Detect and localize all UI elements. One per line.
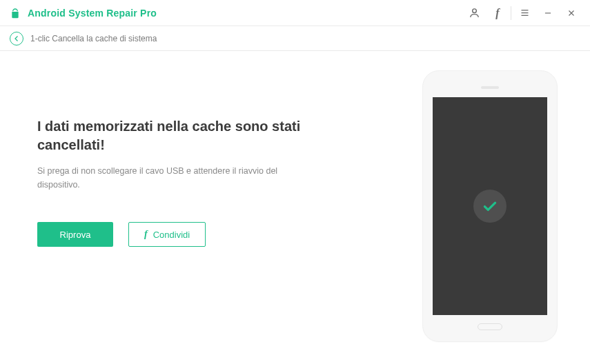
menu-icon[interactable]: [513, 0, 536, 26]
app-title: Android System Repair Pro: [28, 8, 157, 19]
share-button[interactable]: f Condividi: [128, 222, 206, 247]
back-button[interactable]: [10, 32, 23, 46]
headline: I dati memorizzati nella cache sono stat…: [37, 117, 313, 154]
account-icon[interactable]: [462, 0, 486, 26]
svg-point-0: [14, 10, 14, 10]
retry-button-label: Riprova: [60, 230, 91, 240]
titlebar-divider: [511, 6, 511, 20]
close-button[interactable]: [560, 0, 583, 26]
content-area: I dati memorizzati nella cache sono stat…: [0, 51, 590, 364]
phone-frame: [422, 70, 558, 342]
svg-point-1: [16, 10, 17, 10]
retry-button[interactable]: Riprova: [37, 222, 113, 247]
phone-earpiece: [481, 86, 499, 89]
phone-home-button: [478, 323, 502, 330]
action-buttons: Riprova f Condividi: [37, 222, 376, 247]
titlebar: Android System Repair Pro f: [0, 0, 590, 26]
message-pane: I dati memorizzati nella cache sono stat…: [0, 51, 390, 364]
device-preview: [390, 51, 590, 364]
breadcrumb-bar: 1-clic Cancella la cache di sistema: [0, 26, 590, 51]
facebook-icon[interactable]: f: [486, 0, 509, 26]
breadcrumb-label: 1-clic Cancella la cache di sistema: [30, 34, 157, 43]
app-logo-icon: [10, 8, 21, 19]
success-check-icon: [473, 190, 507, 223]
share-button-label: Condividi: [153, 230, 190, 240]
subtext: Si prega di non scollegare il cavo USB e…: [37, 164, 286, 192]
minimize-button[interactable]: [536, 0, 560, 26]
phone-screen: [433, 97, 547, 315]
facebook-share-icon: f: [144, 229, 148, 240]
svg-point-2: [472, 9, 476, 13]
